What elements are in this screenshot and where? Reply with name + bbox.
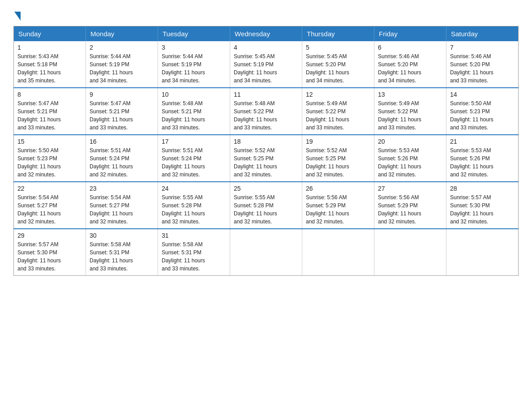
day-info: Sunrise: 5:53 AMSunset: 5:26 PMDaylight:… (450, 146, 515, 179)
day-info: Sunrise: 5:51 AMSunset: 5:24 PMDaylight:… (90, 146, 154, 179)
day-info: Sunrise: 5:45 AMSunset: 5:20 PMDaylight:… (306, 52, 370, 85)
day-info: Sunrise: 5:47 AMSunset: 5:21 PMDaylight:… (17, 99, 82, 132)
day-info: Sunrise: 5:54 AMSunset: 5:27 PMDaylight:… (90, 193, 154, 226)
calendar-day-cell: 11 Sunrise: 5:48 AMSunset: 5:22 PMDaylig… (230, 88, 302, 135)
day-info: Sunrise: 5:54 AMSunset: 5:27 PMDaylight:… (17, 193, 82, 226)
calendar-week-row: 22 Sunrise: 5:54 AMSunset: 5:27 PMDaylig… (14, 182, 519, 229)
day-number: 20 (378, 138, 442, 145)
calendar-day-cell: 25 Sunrise: 5:55 AMSunset: 5:28 PMDaylig… (230, 182, 302, 229)
day-number: 19 (306, 138, 370, 145)
day-info: Sunrise: 5:55 AMSunset: 5:28 PMDaylight:… (162, 193, 226, 226)
day-info: Sunrise: 5:45 AMSunset: 5:19 PMDaylight:… (234, 52, 298, 85)
day-number: 11 (234, 91, 298, 98)
calendar-day-cell: 5 Sunrise: 5:45 AMSunset: 5:20 PMDayligh… (302, 41, 374, 88)
calendar-day-cell (446, 229, 519, 276)
calendar-day-cell: 18 Sunrise: 5:52 AMSunset: 5:25 PMDaylig… (230, 135, 302, 182)
calendar-day-cell (230, 229, 302, 276)
day-number: 4 (234, 44, 298, 51)
calendar-day-cell: 1 Sunrise: 5:43 AMSunset: 5:18 PMDayligh… (14, 41, 86, 88)
day-number: 15 (17, 138, 82, 145)
logo (13, 9, 21, 19)
calendar-header-row: SundayMondayTuesdayWednesdayThursdayFrid… (14, 26, 519, 42)
day-info: Sunrise: 5:49 AMSunset: 5:22 PMDaylight:… (378, 99, 442, 132)
day-number: 18 (234, 138, 298, 145)
day-number: 5 (306, 44, 370, 51)
calendar-day-cell: 22 Sunrise: 5:54 AMSunset: 5:27 PMDaylig… (14, 182, 86, 229)
calendar-week-row: 8 Sunrise: 5:47 AMSunset: 5:21 PMDayligh… (14, 88, 519, 135)
calendar-day-cell: 31 Sunrise: 5:58 AMSunset: 5:31 PMDaylig… (158, 229, 230, 276)
calendar-day-cell: 21 Sunrise: 5:53 AMSunset: 5:26 PMDaylig… (446, 135, 519, 182)
calendar-day-cell: 7 Sunrise: 5:46 AMSunset: 5:20 PMDayligh… (446, 41, 519, 88)
day-info: Sunrise: 5:50 AMSunset: 5:23 PMDaylight:… (17, 146, 82, 179)
calendar-day-cell: 10 Sunrise: 5:48 AMSunset: 5:21 PMDaylig… (158, 88, 230, 135)
calendar-day-cell (374, 229, 446, 276)
day-info: Sunrise: 5:47 AMSunset: 5:21 PMDaylight:… (90, 99, 154, 132)
day-number: 28 (450, 185, 515, 192)
day-info: Sunrise: 5:46 AMSunset: 5:20 PMDaylight:… (378, 52, 442, 85)
day-info: Sunrise: 5:52 AMSunset: 5:25 PMDaylight:… (306, 146, 370, 179)
day-number: 23 (90, 185, 154, 192)
day-number: 1 (17, 44, 82, 51)
calendar-day-cell: 8 Sunrise: 5:47 AMSunset: 5:21 PMDayligh… (14, 88, 86, 135)
logo-arrow-icon (14, 12, 21, 21)
day-number: 8 (17, 91, 82, 98)
day-info: Sunrise: 5:58 AMSunset: 5:31 PMDaylight:… (162, 240, 226, 273)
calendar-day-cell: 20 Sunrise: 5:53 AMSunset: 5:26 PMDaylig… (374, 135, 446, 182)
day-number: 12 (306, 91, 370, 98)
day-number: 14 (450, 91, 515, 98)
calendar-day-cell: 15 Sunrise: 5:50 AMSunset: 5:23 PMDaylig… (14, 135, 86, 182)
calendar-day-cell (302, 229, 374, 276)
calendar-day-header: Sunday (14, 26, 86, 42)
calendar-week-row: 29 Sunrise: 5:57 AMSunset: 5:30 PMDaylig… (14, 229, 519, 276)
calendar-day-cell: 13 Sunrise: 5:49 AMSunset: 5:22 PMDaylig… (374, 88, 446, 135)
day-number: 17 (162, 138, 226, 145)
day-info: Sunrise: 5:48 AMSunset: 5:22 PMDaylight:… (234, 99, 298, 132)
calendar-day-header: Saturday (446, 26, 519, 42)
day-info: Sunrise: 5:51 AMSunset: 5:24 PMDaylight:… (162, 146, 226, 179)
day-info: Sunrise: 5:57 AMSunset: 5:30 PMDaylight:… (450, 193, 515, 226)
day-info: Sunrise: 5:44 AMSunset: 5:19 PMDaylight:… (162, 52, 226, 85)
calendar-day-header: Monday (86, 26, 158, 42)
calendar-day-cell: 23 Sunrise: 5:54 AMSunset: 5:27 PMDaylig… (86, 182, 158, 229)
calendar-day-header: Friday (374, 26, 446, 42)
day-number: 21 (450, 138, 515, 145)
day-info: Sunrise: 5:44 AMSunset: 5:19 PMDaylight:… (90, 52, 154, 85)
day-info: Sunrise: 5:52 AMSunset: 5:25 PMDaylight:… (234, 146, 298, 179)
calendar-day-cell: 30 Sunrise: 5:58 AMSunset: 5:31 PMDaylig… (86, 229, 158, 276)
day-info: Sunrise: 5:49 AMSunset: 5:22 PMDaylight:… (306, 99, 370, 132)
day-info: Sunrise: 5:55 AMSunset: 5:28 PMDaylight:… (234, 193, 298, 226)
day-number: 25 (234, 185, 298, 192)
calendar-table: SundayMondayTuesdayWednesdayThursdayFrid… (13, 26, 519, 276)
calendar-day-header: Wednesday (230, 26, 302, 42)
day-info: Sunrise: 5:56 AMSunset: 5:29 PMDaylight:… (378, 193, 442, 226)
calendar-day-cell: 17 Sunrise: 5:51 AMSunset: 5:24 PMDaylig… (158, 135, 230, 182)
day-number: 30 (90, 232, 154, 239)
calendar-week-row: 1 Sunrise: 5:43 AMSunset: 5:18 PMDayligh… (14, 41, 519, 88)
calendar-day-cell: 3 Sunrise: 5:44 AMSunset: 5:19 PMDayligh… (158, 41, 230, 88)
calendar-day-cell: 16 Sunrise: 5:51 AMSunset: 5:24 PMDaylig… (86, 135, 158, 182)
day-info: Sunrise: 5:56 AMSunset: 5:29 PMDaylight:… (306, 193, 370, 226)
calendar-day-cell: 4 Sunrise: 5:45 AMSunset: 5:19 PMDayligh… (230, 41, 302, 88)
day-info: Sunrise: 5:46 AMSunset: 5:20 PMDaylight:… (450, 52, 515, 85)
day-info: Sunrise: 5:57 AMSunset: 5:30 PMDaylight:… (17, 240, 82, 273)
calendar-day-cell: 6 Sunrise: 5:46 AMSunset: 5:20 PMDayligh… (374, 41, 446, 88)
calendar-day-cell: 12 Sunrise: 5:49 AMSunset: 5:22 PMDaylig… (302, 88, 374, 135)
calendar-day-cell: 24 Sunrise: 5:55 AMSunset: 5:28 PMDaylig… (158, 182, 230, 229)
day-number: 9 (90, 91, 154, 98)
day-info: Sunrise: 5:43 AMSunset: 5:18 PMDaylight:… (17, 52, 82, 85)
day-number: 29 (17, 232, 82, 239)
day-info: Sunrise: 5:48 AMSunset: 5:21 PMDaylight:… (162, 99, 226, 132)
calendar-day-cell: 28 Sunrise: 5:57 AMSunset: 5:30 PMDaylig… (446, 182, 519, 229)
day-info: Sunrise: 5:53 AMSunset: 5:26 PMDaylight:… (378, 146, 442, 179)
calendar-day-header: Thursday (302, 26, 374, 42)
logo-top (13, 9, 21, 21)
calendar-day-header: Tuesday (158, 26, 230, 42)
day-number: 7 (450, 44, 515, 51)
calendar-day-cell: 2 Sunrise: 5:44 AMSunset: 5:19 PMDayligh… (86, 41, 158, 88)
day-number: 22 (17, 185, 82, 192)
calendar-day-cell: 27 Sunrise: 5:56 AMSunset: 5:29 PMDaylig… (374, 182, 446, 229)
day-number: 6 (378, 44, 442, 51)
day-number: 24 (162, 185, 226, 192)
day-number: 3 (162, 44, 226, 51)
page-header (13, 9, 519, 19)
